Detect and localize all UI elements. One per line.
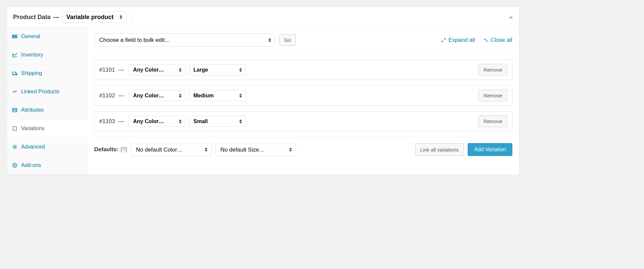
variation-size-select[interactable]: Medium bbox=[189, 90, 246, 101]
header-divider bbox=[131, 11, 131, 23]
bulk-edit-toolbar: Choose a field to bulk edit… Go Expand a… bbox=[94, 33, 512, 54]
tab-label: Advanced bbox=[21, 144, 45, 150]
link-all-variations-button[interactable]: Link all variations bbox=[415, 143, 464, 156]
default-color-select[interactable]: No default Color… bbox=[131, 144, 211, 156]
expand-all-link[interactable]: Expand all bbox=[441, 37, 475, 43]
panel-title: Product Data bbox=[13, 14, 51, 21]
bulk-edit-select[interactable]: Choose a field to bulk edit… bbox=[94, 33, 275, 47]
svg-rect-3 bbox=[13, 108, 17, 112]
tab-advanced[interactable]: Advanced bbox=[7, 138, 87, 156]
remove-variation-button[interactable]: Remove bbox=[478, 90, 507, 101]
chart-icon bbox=[12, 52, 18, 58]
link-icon bbox=[12, 89, 18, 95]
panel-header: Product Data — Variable product bbox=[7, 7, 519, 27]
variation-id: #1103 bbox=[99, 118, 115, 125]
section-divider bbox=[94, 137, 512, 137]
remove-variation-button[interactable]: Remove bbox=[478, 64, 507, 76]
link-label: Expand all bbox=[448, 37, 475, 43]
tab-variations[interactable]: Variations bbox=[7, 119, 87, 138]
variations-content: Choose a field to bulk edit… Go Expand a… bbox=[87, 27, 519, 175]
product-type-select[interactable]: Variable product bbox=[62, 11, 126, 23]
svg-point-2 bbox=[16, 74, 17, 75]
collapse-icon bbox=[483, 37, 489, 43]
gear-icon bbox=[12, 144, 18, 150]
title-dash: — bbox=[53, 14, 59, 21]
list-icon bbox=[12, 107, 18, 113]
tab-label: Shipping bbox=[21, 70, 42, 76]
expand-icon bbox=[441, 37, 446, 43]
variation-size-select[interactable]: Small bbox=[189, 116, 246, 127]
svg-rect-0 bbox=[12, 72, 16, 74]
variation-color-select[interactable]: Any Color… bbox=[129, 90, 186, 101]
svg-point-1 bbox=[13, 74, 14, 75]
close-all-link[interactable]: Close all bbox=[483, 37, 512, 43]
defaults-label-text: Defaults: bbox=[94, 146, 119, 153]
tab-label: Add-ons bbox=[21, 162, 41, 168]
tab-shipping[interactable]: Shipping bbox=[7, 64, 87, 83]
defaults-label: Defaults: [?] bbox=[94, 146, 127, 153]
variation-color-select[interactable]: Any Color… bbox=[129, 64, 186, 75]
variation-defaults-row: Defaults: [?] No default Color… No defau… bbox=[94, 143, 512, 156]
variation-row[interactable]: #1102 — Any Color… Medium Remove bbox=[94, 85, 512, 106]
square-icon bbox=[12, 125, 18, 131]
variation-id: #1101 bbox=[99, 67, 115, 73]
svg-point-5 bbox=[14, 146, 15, 148]
variation-dash: — bbox=[118, 92, 124, 99]
tab-attributes[interactable]: Attributes bbox=[7, 101, 87, 119]
variation-row[interactable]: #1103 — Any Color… Small Remove bbox=[94, 111, 512, 131]
barcode-icon bbox=[12, 33, 18, 39]
help-icon[interactable]: [?] bbox=[121, 146, 127, 153]
tab-label: General bbox=[21, 33, 40, 39]
go-button[interactable]: Go bbox=[279, 34, 296, 46]
product-data-panel: Product Data — Variable product General … bbox=[7, 7, 519, 175]
tab-inventory[interactable]: Inventory bbox=[7, 46, 87, 64]
variation-color-select[interactable]: Any Color… bbox=[129, 116, 186, 127]
tab-linked-products[interactable]: Linked Products bbox=[7, 83, 87, 101]
variation-row[interactable]: #1101 — Any Color… Large Remove bbox=[94, 60, 512, 80]
default-size-select[interactable]: No default Size… bbox=[215, 144, 296, 156]
tab-addons[interactable]: Add-ons bbox=[7, 156, 87, 175]
remove-variation-button[interactable]: Remove bbox=[478, 115, 507, 127]
tab-label: Linked Products bbox=[21, 89, 60, 95]
link-label: Close all bbox=[491, 37, 512, 43]
variation-dash: — bbox=[118, 67, 124, 73]
panel-body: General Inventory Shipping Linked Produc… bbox=[7, 27, 519, 175]
variation-dash: — bbox=[118, 118, 124, 125]
tab-label: Variations bbox=[21, 125, 45, 131]
tab-general[interactable]: General bbox=[7, 27, 87, 46]
variation-size-select[interactable]: Large bbox=[189, 64, 246, 75]
add-variation-button[interactable]: Add Variation bbox=[468, 143, 512, 156]
product-data-tabs: General Inventory Shipping Linked Produc… bbox=[7, 27, 87, 175]
tab-label: Inventory bbox=[21, 52, 43, 58]
collapse-panel-icon[interactable] bbox=[509, 16, 513, 18]
truck-icon bbox=[12, 70, 18, 76]
variation-id: #1102 bbox=[99, 92, 115, 99]
svg-rect-4 bbox=[13, 127, 17, 130]
tab-label: Attributes bbox=[21, 107, 44, 113]
plus-circle-icon bbox=[12, 162, 18, 168]
